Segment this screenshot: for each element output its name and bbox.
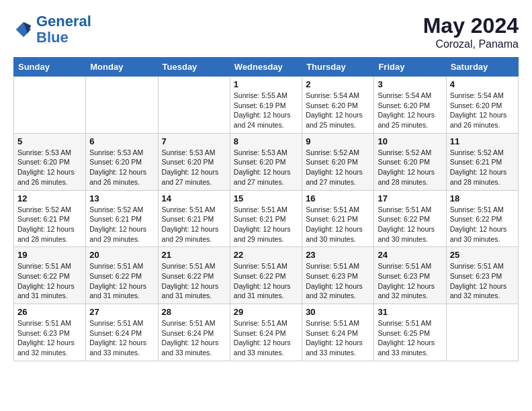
calendar-day-cell: 20Sunrise: 5:51 AM Sunset: 6:22 PM Dayli… [86,247,158,304]
calendar-day-cell: 24Sunrise: 5:51 AM Sunset: 6:23 PM Dayli… [374,247,446,304]
calendar-day-cell: 30Sunrise: 5:51 AM Sunset: 6:24 PM Dayli… [302,304,374,361]
day-number: 21 [162,250,226,260]
day-number: 11 [450,136,515,146]
day-number: 6 [89,136,154,146]
day-number: 19 [17,250,82,260]
day-number: 2 [306,79,370,89]
day-info: Sunrise: 5:51 AM Sunset: 6:22 PM Dayligh… [234,261,298,301]
calendar-day-cell: 19Sunrise: 5:51 AM Sunset: 6:22 PM Dayli… [14,247,86,304]
location: Corozal, Panama [423,38,519,50]
day-info: Sunrise: 5:54 AM Sunset: 6:20 PM Dayligh… [450,91,515,130]
day-number: 28 [162,307,226,317]
day-info: Sunrise: 5:51 AM Sunset: 6:25 PM Dayligh… [378,318,442,358]
day-info: Sunrise: 5:51 AM Sunset: 6:24 PM Dayligh… [162,318,226,358]
calendar-day-cell: 17Sunrise: 5:51 AM Sunset: 6:22 PM Dayli… [374,190,446,247]
calendar-day-cell: 16Sunrise: 5:51 AM Sunset: 6:21 PM Dayli… [302,190,374,247]
calendar-day-cell: 21Sunrise: 5:51 AM Sunset: 6:22 PM Dayli… [158,247,230,304]
calendar-day-cell: 12Sunrise: 5:52 AM Sunset: 6:21 PM Dayli… [14,190,86,247]
day-info: Sunrise: 5:51 AM Sunset: 6:21 PM Dayligh… [306,205,370,244]
day-number: 15 [234,193,298,203]
day-info: Sunrise: 5:51 AM Sunset: 6:22 PM Dayligh… [450,205,515,244]
calendar-day-cell: 4Sunrise: 5:54 AM Sunset: 6:20 PM Daylig… [446,77,518,134]
calendar-day-cell [14,77,86,134]
day-of-week-header: Thursday [302,58,374,77]
calendar-day-cell: 14Sunrise: 5:51 AM Sunset: 6:21 PM Dayli… [158,190,230,247]
day-of-week-header: Wednesday [230,58,302,77]
calendar-body: 1Sunrise: 5:55 AM Sunset: 6:19 PM Daylig… [14,77,519,361]
calendar-day-cell: 7Sunrise: 5:53 AM Sunset: 6:20 PM Daylig… [158,133,230,190]
logo-text: General Blue [36,13,91,46]
calendar-day-cell: 28Sunrise: 5:51 AM Sunset: 6:24 PM Dayli… [158,304,230,361]
day-number: 9 [306,136,370,146]
page-header: General Blue May 2024 Corozal, Panama [13,13,519,50]
calendar-week-row: 1Sunrise: 5:55 AM Sunset: 6:19 PM Daylig… [14,77,519,134]
day-number: 16 [306,193,370,203]
day-number: 14 [162,193,226,203]
calendar-day-cell: 22Sunrise: 5:51 AM Sunset: 6:22 PM Dayli… [230,247,302,304]
calendar-day-cell: 15Sunrise: 5:51 AM Sunset: 6:21 PM Dayli… [230,190,302,247]
day-info: Sunrise: 5:52 AM Sunset: 6:20 PM Dayligh… [306,148,370,187]
logo-icon [13,19,34,40]
day-info: Sunrise: 5:51 AM Sunset: 6:24 PM Dayligh… [306,318,370,358]
day-info: Sunrise: 5:51 AM Sunset: 6:22 PM Dayligh… [89,261,154,301]
calendar-week-row: 26Sunrise: 5:51 AM Sunset: 6:23 PM Dayli… [14,304,519,361]
day-info: Sunrise: 5:53 AM Sunset: 6:20 PM Dayligh… [234,148,298,187]
calendar-day-cell: 5Sunrise: 5:53 AM Sunset: 6:20 PM Daylig… [14,133,86,190]
day-info: Sunrise: 5:53 AM Sunset: 6:20 PM Dayligh… [17,148,82,187]
day-number: 18 [450,193,515,203]
calendar-day-cell: 27Sunrise: 5:51 AM Sunset: 6:24 PM Dayli… [86,304,158,361]
calendar-week-row: 19Sunrise: 5:51 AM Sunset: 6:22 PM Dayli… [14,247,519,304]
calendar-day-cell [86,77,158,134]
day-number: 12 [17,193,82,203]
day-number: 26 [17,307,82,317]
day-number: 5 [17,136,82,146]
day-of-week-header: Sunday [14,58,86,77]
day-info: Sunrise: 5:51 AM Sunset: 6:23 PM Dayligh… [17,318,82,358]
day-info: Sunrise: 5:53 AM Sunset: 6:20 PM Dayligh… [89,148,154,187]
day-number: 23 [306,250,370,260]
day-info: Sunrise: 5:51 AM Sunset: 6:21 PM Dayligh… [234,205,298,244]
day-info: Sunrise: 5:51 AM Sunset: 6:21 PM Dayligh… [162,205,226,244]
day-info: Sunrise: 5:51 AM Sunset: 6:24 PM Dayligh… [234,318,298,358]
calendar-day-cell [446,304,518,361]
month-title: May 2024 [423,13,519,38]
day-info: Sunrise: 5:51 AM Sunset: 6:22 PM Dayligh… [378,205,442,244]
day-number: 29 [234,307,298,317]
calendar-day-cell: 1Sunrise: 5:55 AM Sunset: 6:19 PM Daylig… [230,77,302,134]
day-info: Sunrise: 5:51 AM Sunset: 6:22 PM Dayligh… [162,261,226,301]
calendar-table: SundayMondayTuesdayWednesdayThursdayFrid… [13,57,519,361]
day-info: Sunrise: 5:52 AM Sunset: 6:20 PM Dayligh… [378,148,442,187]
calendar-day-cell: 25Sunrise: 5:51 AM Sunset: 6:23 PM Dayli… [446,247,518,304]
calendar-day-cell: 9Sunrise: 5:52 AM Sunset: 6:20 PM Daylig… [302,133,374,190]
calendar-day-cell: 23Sunrise: 5:51 AM Sunset: 6:23 PM Dayli… [302,247,374,304]
calendar-week-row: 5Sunrise: 5:53 AM Sunset: 6:20 PM Daylig… [14,133,519,190]
calendar-day-cell: 31Sunrise: 5:51 AM Sunset: 6:25 PM Dayli… [374,304,446,361]
day-number: 17 [378,193,442,203]
calendar-day-cell: 26Sunrise: 5:51 AM Sunset: 6:23 PM Dayli… [14,304,86,361]
day-info: Sunrise: 5:51 AM Sunset: 6:23 PM Dayligh… [450,261,515,301]
calendar-day-cell: 2Sunrise: 5:54 AM Sunset: 6:20 PM Daylig… [302,77,374,134]
day-number: 30 [306,307,370,317]
day-number: 4 [450,79,515,89]
day-number: 20 [89,250,154,260]
day-of-week-header: Monday [86,58,158,77]
day-number: 25 [450,250,515,260]
day-info: Sunrise: 5:51 AM Sunset: 6:22 PM Dayligh… [17,261,82,301]
day-number: 7 [162,136,226,146]
calendar-header-row: SundayMondayTuesdayWednesdayThursdayFrid… [14,58,519,77]
calendar-week-row: 12Sunrise: 5:52 AM Sunset: 6:21 PM Dayli… [14,190,519,247]
day-info: Sunrise: 5:51 AM Sunset: 6:23 PM Dayligh… [306,261,370,301]
day-info: Sunrise: 5:52 AM Sunset: 6:21 PM Dayligh… [17,205,82,244]
day-number: 31 [378,307,442,317]
day-number: 10 [378,136,442,146]
day-of-week-header: Tuesday [158,58,230,77]
calendar-day-cell [158,77,230,134]
day-info: Sunrise: 5:51 AM Sunset: 6:24 PM Dayligh… [89,318,154,358]
day-info: Sunrise: 5:51 AM Sunset: 6:23 PM Dayligh… [378,261,442,301]
day-number: 3 [378,79,442,89]
day-of-week-header: Friday [374,58,446,77]
logo: General Blue [13,13,91,46]
calendar-day-cell: 29Sunrise: 5:51 AM Sunset: 6:24 PM Dayli… [230,304,302,361]
day-info: Sunrise: 5:53 AM Sunset: 6:20 PM Dayligh… [162,148,226,187]
calendar-day-cell: 18Sunrise: 5:51 AM Sunset: 6:22 PM Dayli… [446,190,518,247]
